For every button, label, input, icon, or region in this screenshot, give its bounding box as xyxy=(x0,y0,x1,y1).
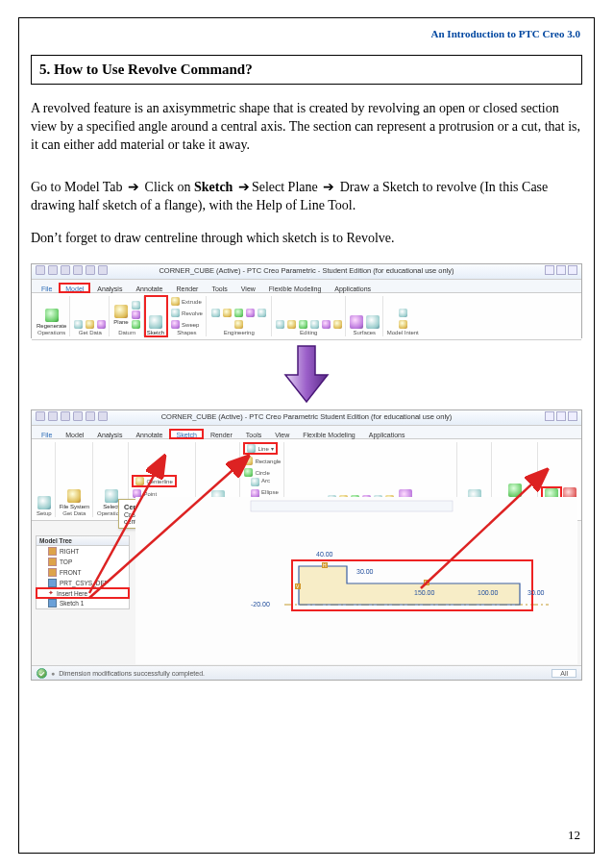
point-icon[interactable] xyxy=(132,310,140,319)
sketch-button[interactable]: Sketch xyxy=(147,315,164,335)
qat-button[interactable] xyxy=(61,411,70,421)
qat-button[interactable] xyxy=(48,411,58,421)
extrude-icon[interactable] xyxy=(171,297,180,306)
hole-icon[interactable] xyxy=(211,309,220,317)
filesystem-button[interactable]: File System xyxy=(60,489,89,509)
pattern-icon[interactable] xyxy=(276,320,284,329)
tab-model[interactable]: Model xyxy=(60,284,89,292)
maximize-button[interactable] xyxy=(556,411,566,421)
qat-button[interactable] xyxy=(61,265,70,275)
tab-analysis[interactable]: Analysis xyxy=(91,430,128,438)
quick-access-toolbar xyxy=(36,411,108,421)
qat-button[interactable] xyxy=(98,265,108,275)
dim-30: 30.00 xyxy=(356,568,374,575)
tab-view[interactable]: View xyxy=(269,430,295,438)
tab-annotate[interactable]: Annotate xyxy=(130,430,168,438)
dim-40: 40.00 xyxy=(316,551,333,558)
regenerate-button[interactable]: Regenerate xyxy=(37,309,66,329)
minimize-button[interactable] xyxy=(545,265,554,275)
p2-sketch: Sketch xyxy=(194,180,236,194)
tab-view[interactable]: View xyxy=(235,284,261,292)
freestyle-button[interactable] xyxy=(366,315,380,329)
tab-applications[interactable]: Applications xyxy=(329,284,377,292)
tab-analysis[interactable]: Analysis xyxy=(91,284,128,292)
qat-button[interactable] xyxy=(86,411,95,421)
trim-icon[interactable] xyxy=(299,320,307,329)
maximize-button[interactable] xyxy=(556,265,566,275)
tree-item-sketch1[interactable]: Sketch 1 xyxy=(37,598,129,608)
model-tree-panel: Model Tree RIGHT TOP FRONT PRT_CSYS_DEF … xyxy=(36,535,130,609)
copy-geom-icon[interactable] xyxy=(86,320,94,329)
merge-icon[interactable] xyxy=(310,320,319,329)
tab-render[interactable]: Render xyxy=(170,284,204,292)
dim-30b: 30.00 xyxy=(527,589,545,596)
rect-icon[interactable] xyxy=(244,457,253,465)
status-filter[interactable]: All xyxy=(552,669,576,678)
tab-tools[interactable]: Tools xyxy=(240,430,267,438)
tree-item-front[interactable]: FRONT xyxy=(37,567,129,578)
shell-icon[interactable] xyxy=(257,309,266,317)
tab-tools[interactable]: Tools xyxy=(206,284,233,292)
tab-model[interactable]: Model xyxy=(60,430,89,438)
extend-icon[interactable] xyxy=(322,320,331,329)
qat-button[interactable] xyxy=(73,265,83,275)
sweep-icon[interactable] xyxy=(171,320,180,329)
shrinkwrap-icon[interactable] xyxy=(97,320,106,329)
axis-icon[interactable] xyxy=(132,301,140,310)
window-title-bar: CORNER_CUBE (Active) - PTC Creo Parametr… xyxy=(32,410,581,426)
close-button[interactable] xyxy=(568,411,577,421)
fill-icon[interactable] xyxy=(399,309,407,317)
p2-d: Select Plane xyxy=(252,180,321,194)
tab-flexible[interactable]: Flexible Modeling xyxy=(263,284,327,292)
tab-file[interactable]: File xyxy=(36,284,58,292)
graphics-canvas[interactable]: 40.00 30.00 150.00 100.00 30.00 -20.00 H… xyxy=(135,497,577,664)
revolve-icon[interactable] xyxy=(171,309,180,317)
rib-icon[interactable] xyxy=(234,320,243,329)
tab-annotate[interactable]: Annotate xyxy=(130,284,168,292)
tree-item-right[interactable]: RIGHT xyxy=(37,546,129,557)
qat-button[interactable] xyxy=(73,411,83,421)
tab-flexible[interactable]: Flexible Modeling xyxy=(297,430,360,438)
arc-icon[interactable] xyxy=(251,478,259,486)
coord-icon[interactable] xyxy=(132,320,140,329)
minimize-button[interactable] xyxy=(545,411,554,421)
group-editing: Editing xyxy=(273,296,346,336)
udf-icon[interactable] xyxy=(74,320,83,329)
group-datum: Plane Datum xyxy=(110,296,143,336)
tree-item-csys[interactable]: PRT_CSYS_DEF xyxy=(37,578,129,588)
round-icon[interactable] xyxy=(223,309,232,317)
qat-button[interactable] xyxy=(98,411,108,421)
offset-icon[interactable] xyxy=(333,320,342,329)
draft-icon[interactable] xyxy=(246,309,255,317)
tab-file[interactable]: File xyxy=(36,430,58,438)
tab-sketch[interactable]: Sketch xyxy=(170,430,202,438)
grid-icon[interactable] xyxy=(37,496,51,509)
qat-button[interactable] xyxy=(86,265,95,275)
ribbon-tabs: File Model Analysis Annotate Render Tool… xyxy=(32,280,581,293)
tab-render[interactable]: Render xyxy=(205,430,238,438)
boundary-button[interactable] xyxy=(350,315,363,329)
group-setup: Setup xyxy=(34,442,56,517)
plane-button[interactable]: Plane xyxy=(113,305,128,325)
group-label: Get Data xyxy=(79,330,102,335)
circle-icon[interactable] xyxy=(244,468,253,477)
style-icon[interactable] xyxy=(399,320,407,329)
qat-button[interactable] xyxy=(48,265,58,275)
tab-applications[interactable]: Applications xyxy=(363,430,411,438)
line-icon xyxy=(247,444,256,453)
line-button[interactable]: Line ▾ xyxy=(244,443,276,454)
close-button[interactable] xyxy=(568,265,577,275)
mirror-icon[interactable] xyxy=(287,320,296,329)
select-button[interactable]: Select xyxy=(103,489,119,509)
qat-button[interactable] xyxy=(36,411,45,421)
sketch-profile[interactable] xyxy=(299,566,520,605)
qat-button[interactable] xyxy=(36,265,45,275)
centerline-button[interactable]: Centerline xyxy=(133,476,175,486)
chamfer-icon[interactable] xyxy=(234,309,243,317)
sketch-svg: 40.00 30.00 150.00 100.00 30.00 -20.00 H… xyxy=(135,497,577,664)
tree-item-top[interactable]: TOP xyxy=(37,557,129,567)
flow-arrow-down xyxy=(31,344,582,404)
group-engineering: Engineering xyxy=(208,296,272,336)
model-tree-title: Model Tree xyxy=(37,536,129,546)
tree-item-insert[interactable]: ✦Insert Here xyxy=(37,588,129,598)
